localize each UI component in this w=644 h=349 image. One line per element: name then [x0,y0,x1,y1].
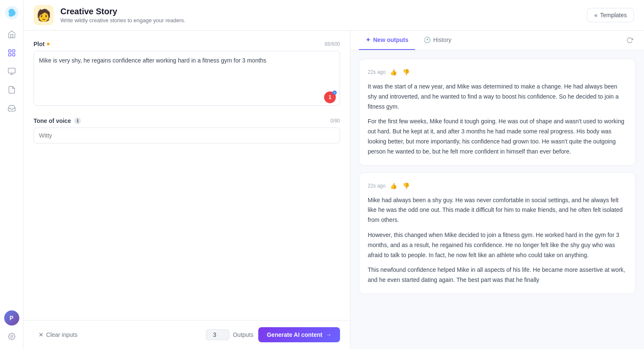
templates-label: Templates [600,12,627,18]
input-panel: Plot 88/600 1 + [23,31,351,349]
tone-label-text: Tone of voice [34,117,71,124]
content-area: Plot 88/600 1 + [23,31,644,349]
tone-field-group: Tone of voice ℹ 0/80 [34,117,340,143]
output-card-1-text: It was the start of a new year, and Mike… [368,82,627,157]
output-card-1-meta: 22s ago 👍 👎 [368,68,627,77]
plot-label-text: Plot [34,41,44,47]
output-tabs: ✦ New outputs 🕐 History [351,31,644,50]
templates-button[interactable]: « Templates [587,8,634,22]
tab-new-label: New outputs [373,36,408,43]
tab-history-label: History [433,36,452,43]
svg-point-6 [10,336,13,338]
sidebar-item-settings[interactable] [4,329,19,344]
svg-rect-2 [12,50,15,52]
sidebar-item-file[interactable] [4,82,19,97]
plot-textarea-wrapper: 1 + [34,51,340,107]
tab-history-icon: 🕐 [423,36,431,43]
output-card-2-text: Mike had always been a shy guy. He was n… [368,195,627,285]
outputs-count-input[interactable] [206,329,229,340]
plot-field-group: Plot 88/600 1 + [34,41,340,107]
output-card-2: 22s ago 👍 👎 Mike had always been a shy g… [359,172,636,294]
badge-number: 1 [329,94,332,100]
sidebar-item-grid[interactable] [4,45,19,60]
output-card-1-thumbsup-icon[interactable]: 👍 [389,68,398,77]
tab-new-icon: ✦ [366,36,371,43]
plot-input[interactable] [34,51,340,106]
sidebar-item-home[interactable] [4,27,19,42]
output-card-1-para-1: It was the start of a new year, and Mike… [368,82,627,112]
tone-label-left: Tone of voice ℹ [34,117,81,124]
plot-required-indicator [47,43,49,45]
outputs-info: Outputs [206,329,253,340]
templates-arrow-icon: « [594,12,597,18]
generate-arrow-icon: → [326,331,332,338]
user-avatar[interactable]: P [4,310,19,326]
input-footer: ✕ Clear inputs Outputs Generate AI conte… [23,320,350,349]
page-title: Creative Story [60,7,580,16]
svg-rect-5 [8,68,15,73]
generate-button[interactable]: Generate AI content → [258,327,340,342]
badge-plus-icon: + [332,91,337,95]
svg-rect-4 [12,54,15,56]
output-card-2-para-1: Mike had always been a shy guy. He was n… [368,195,627,225]
clear-x-icon: ✕ [39,331,44,338]
output-card-1-para-2: For the first few weeks, Mike found it t… [368,117,627,156]
tab-history[interactable]: 🕐 History [417,31,458,50]
tone-info-icon[interactable]: ℹ [74,117,81,124]
tone-label-row: Tone of voice ℹ 0/80 [34,117,340,124]
output-card-1-thumbsdown-icon[interactable]: 👎 [402,68,411,77]
tone-char-count: 0/80 [330,118,340,124]
output-body: 22s ago 👍 👎 It was the start of a new ye… [351,50,644,349]
page-icon: 🧑 [34,5,54,25]
plot-label-row: Plot 88/600 [34,41,340,47]
plot-badge-button[interactable]: 1 + [324,91,336,103]
output-card-2-meta: 22s ago 👍 👎 [368,181,627,190]
tab-new-outputs[interactable]: ✦ New outputs [359,31,415,50]
page-header: 🧑 Creative Story Write wildly creative s… [23,0,644,31]
generate-label: Generate AI content [267,331,322,338]
outputs-label: Outputs [233,331,253,338]
input-body: Plot 88/600 1 + [23,31,350,320]
svg-rect-1 [8,50,11,52]
plot-char-count: 88/600 [325,41,340,47]
output-panel: ✦ New outputs 🕐 History [351,31,644,349]
output-card-2-thumbsdown-icon[interactable]: 👎 [402,181,411,190]
tone-input[interactable] [34,128,340,143]
output-card-2-para-2: However, this changed when Mike decided … [368,230,627,260]
output-card-2-time: 22s ago [368,183,386,189]
output-refresh-icon[interactable] [624,34,636,46]
page-subtitle: Write wildly creative stories to engage … [60,17,580,23]
app-logo[interactable] [4,5,19,20]
output-card-1: 22s ago 👍 👎 It was the start of a new ye… [359,59,636,166]
header-text-group: Creative Story Write wildly creative sto… [60,7,580,23]
sidebar-item-play[interactable] [4,64,19,79]
output-card-2-para-3: This newfound confidence helped Mike in … [368,265,627,285]
output-card-2-thumbsup-icon[interactable]: 👍 [389,181,398,190]
clear-inputs-label: Clear inputs [46,331,78,338]
main-container: 🧑 Creative Story Write wildly creative s… [23,0,644,349]
svg-rect-3 [8,54,11,56]
output-card-1-time: 22s ago [368,69,386,75]
clear-inputs-button[interactable]: ✕ Clear inputs [34,328,83,341]
plot-label-left: Plot [34,41,49,47]
sidebar-item-inbox[interactable] [4,101,19,116]
sidebar: P [0,0,23,349]
